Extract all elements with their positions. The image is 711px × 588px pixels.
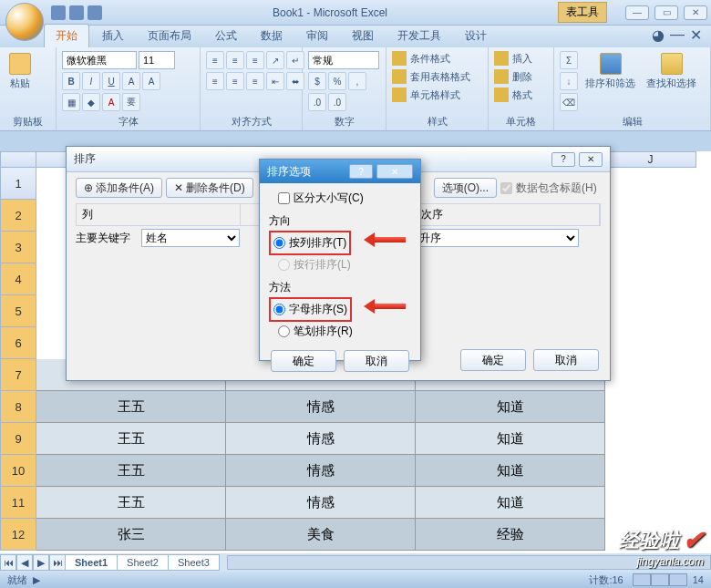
mdi-close-icon[interactable]: ✕	[690, 26, 702, 44]
row-header[interactable]: 3	[0, 232, 36, 263]
currency-button[interactable]: $	[308, 72, 326, 90]
font-name-combo[interactable]: 微软雅黑	[62, 51, 137, 69]
help-icon[interactable]: ◕	[652, 26, 665, 44]
phonetic-button[interactable]: 要	[122, 93, 140, 111]
qat-save-icon[interactable]	[51, 5, 66, 20]
sheet-tab[interactable]: Sheet2	[117, 554, 169, 571]
row-header[interactable]: 2	[0, 200, 36, 232]
delete-level-button[interactable]: ✕删除条件(D)	[166, 178, 253, 198]
row-header[interactable]: 4	[0, 263, 36, 295]
row-header[interactable]: 8	[0, 391, 36, 423]
sheet-nav-last[interactable]: ⏭	[49, 554, 66, 571]
row-header[interactable]: 7	[0, 359, 36, 391]
sheet-nav-next[interactable]: ▶	[33, 554, 49, 571]
tab-design[interactable]: 设计	[454, 25, 498, 47]
stroke-sort-radio[interactable]: 笔划排序(R)	[269, 322, 411, 341]
tab-review[interactable]: 审阅	[295, 25, 339, 47]
sort-cancel-button[interactable]: 取消	[533, 349, 599, 371]
wrap-button[interactable]: ↵	[286, 51, 304, 69]
format-cells-button[interactable]: 格式	[494, 88, 532, 102]
merge-button[interactable]: ⬌	[286, 72, 304, 90]
sheet-tab[interactable]: Sheet3	[168, 554, 220, 571]
inc-decimal-button[interactable]: .0	[308, 93, 326, 111]
qat-undo-icon[interactable]	[69, 5, 84, 20]
add-level-button[interactable]: ⊕添加条件(A)	[76, 178, 162, 198]
sort-column-select[interactable]: 姓名	[141, 229, 240, 247]
dialog-close-button[interactable]: ✕	[579, 152, 603, 167]
shrink-font-button[interactable]: A	[142, 72, 160, 90]
indent-dec-button[interactable]: ⇤	[266, 72, 284, 90]
align-center-button[interactable]: ≡	[226, 72, 244, 90]
bold-button[interactable]: B	[62, 72, 80, 90]
pinyin-sort-radio[interactable]: 字母排序(S)	[273, 300, 347, 319]
cell-styles-button[interactable]: 单元格样式	[392, 88, 460, 102]
sort-by-column-radio[interactable]: 按列排序(T)	[273, 233, 346, 253]
sort-ok-button[interactable]: 确定	[460, 349, 526, 371]
options-ok-button[interactable]: 确定	[271, 350, 336, 372]
grow-font-button[interactable]: A	[122, 72, 140, 90]
tab-formulas[interactable]: 公式	[204, 25, 248, 47]
qat-redo-icon[interactable]	[88, 5, 102, 20]
percent-button[interactable]: %	[328, 72, 346, 90]
maximize-button[interactable]: ▭	[654, 5, 678, 20]
fill-color-button[interactable]: ◆	[82, 93, 100, 111]
row-header[interactable]: 11	[0, 487, 36, 519]
italic-button[interactable]: I	[82, 72, 100, 90]
autosum-button[interactable]: Σ	[560, 51, 578, 69]
font-size-combo[interactable]: 11	[139, 51, 175, 69]
align-bottom-button[interactable]: ≡	[246, 51, 264, 69]
minimize-button[interactable]: —	[625, 5, 649, 20]
tab-developer[interactable]: 开发工具	[386, 25, 452, 47]
number-format-combo[interactable]: 常规	[308, 51, 379, 69]
select-all-corner[interactable]	[0, 151, 36, 168]
sort-filter-button[interactable]: 排序和筛选	[582, 51, 639, 92]
tab-home[interactable]: 开始	[44, 24, 89, 47]
underline-button[interactable]: U	[102, 72, 120, 90]
fill-down-button[interactable]: ↓	[560, 72, 578, 90]
has-header-checkbox[interactable]: 数据包含标题(H)	[500, 181, 597, 196]
view-layout-button[interactable]	[651, 573, 669, 586]
view-normal-button[interactable]	[633, 573, 651, 586]
row-header[interactable]: 9	[0, 423, 36, 455]
sort-options-title-bar[interactable]: 排序选项 ? ✕	[260, 160, 420, 183]
sort-options-button[interactable]: 选项(O)...	[434, 178, 497, 198]
row-header[interactable]: 6	[0, 327, 36, 359]
mdi-min-icon[interactable]: —	[670, 26, 685, 44]
align-middle-button[interactable]: ≡	[226, 51, 244, 69]
tab-data[interactable]: 数据	[250, 25, 294, 47]
find-select-button[interactable]: 查找和选择	[643, 51, 700, 92]
close-button[interactable]: ✕	[684, 5, 707, 20]
sort-by-row-radio[interactable]: 按行排序(L)	[269, 255, 411, 274]
orientation-button[interactable]: ↗	[266, 51, 284, 69]
font-color-button[interactable]: A	[102, 93, 120, 111]
options-cancel-button[interactable]: 取消	[344, 350, 409, 372]
tab-view[interactable]: 视图	[341, 25, 385, 47]
dec-decimal-button[interactable]: .0	[328, 93, 346, 111]
col-header-j[interactable]: J	[605, 151, 696, 168]
sheet-nav-first[interactable]: ⏮	[0, 554, 16, 571]
status-macro-icon[interactable]: ▶	[33, 574, 40, 586]
sheet-tab[interactable]: Sheet1	[65, 554, 118, 571]
row-header[interactable]: 1	[0, 168, 36, 200]
insert-cells-button[interactable]: 插入	[494, 51, 532, 66]
view-break-button[interactable]	[669, 573, 687, 586]
paste-button[interactable]: 粘贴	[5, 51, 35, 92]
align-top-button[interactable]: ≡	[206, 51, 224, 69]
tab-page-layout[interactable]: 页面布局	[137, 25, 202, 47]
dialog-help-button[interactable]: ?	[349, 164, 373, 179]
dialog-help-button[interactable]: ?	[551, 152, 575, 167]
align-left-button[interactable]: ≡	[206, 72, 224, 90]
border-button[interactable]: ▦	[62, 93, 80, 111]
office-button[interactable]	[5, 3, 44, 41]
comma-button[interactable]: ,	[348, 72, 366, 90]
align-right-button[interactable]: ≡	[246, 72, 264, 90]
row-header[interactable]: 10	[0, 455, 36, 487]
table-format-button[interactable]: 套用表格格式	[392, 69, 470, 84]
row-header[interactable]: 12	[0, 519, 36, 551]
row-header[interactable]: 5	[0, 295, 36, 327]
sort-order-select[interactable]: 升序	[415, 229, 579, 247]
case-sensitive-checkbox[interactable]: 区分大小写(C)	[269, 189, 411, 208]
sheet-nav-prev[interactable]: ◀	[16, 554, 33, 571]
delete-cells-button[interactable]: 删除	[494, 69, 532, 84]
clear-button[interactable]: ⌫	[560, 93, 578, 111]
